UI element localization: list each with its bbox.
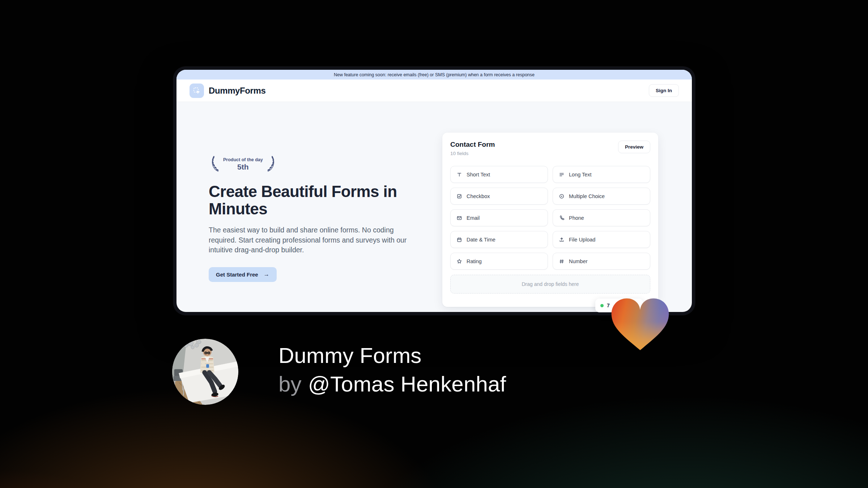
short-text-icon xyxy=(456,172,462,177)
form-builder-card: Contact Form 10 fields Preview Short Tex… xyxy=(442,133,658,307)
drag-cursor-icon xyxy=(192,86,201,95)
cta-label: Get Started Free xyxy=(216,271,258,278)
author-handle: @Tomas Henkenhaf xyxy=(308,372,506,396)
hero-section: Product of the day 5th xyxy=(209,155,418,282)
field-email[interactable]: Email xyxy=(450,209,548,226)
author-avatar xyxy=(172,339,238,405)
byline-prefix: by xyxy=(278,372,302,396)
app-logo[interactable] xyxy=(190,84,204,98)
drag-drop-zone[interactable]: Drag and drop fields here xyxy=(450,275,650,294)
arrow-right-icon: → xyxy=(264,271,269,277)
announcement-text: New feature coming soon: receive emails … xyxy=(334,72,535,77)
sign-in-button[interactable]: Sign In xyxy=(649,84,679,97)
long-text-icon xyxy=(559,172,565,177)
watermark-title: Dummy Forms xyxy=(278,341,506,370)
green-status-dot xyxy=(600,304,604,307)
checkbox-icon xyxy=(456,193,462,199)
field-long-text[interactable]: Long Text xyxy=(553,166,650,183)
star-icon xyxy=(456,258,462,264)
laurel-left-icon xyxy=(209,155,220,174)
announcement-banner: New feature coming soon: receive emails … xyxy=(176,70,692,80)
browser-window: New feature coming soon: receive emails … xyxy=(173,67,695,315)
field-checkbox[interactable]: Checkbox xyxy=(450,188,548,205)
badge-rank: 5th xyxy=(223,163,263,171)
multiple-choice-icon xyxy=(559,193,565,199)
badge-line1: Product of the day xyxy=(223,157,263,162)
watermark-byline: by@Tomas Henkenhaf xyxy=(278,370,506,398)
gradient-heart-icon xyxy=(605,292,676,356)
main-content: Product of the day 5th xyxy=(176,102,692,312)
watermark: Dummy Forms by@Tomas Henkenhaf xyxy=(278,341,506,398)
field-number[interactable]: Number xyxy=(553,253,650,270)
field-phone[interactable]: Phone xyxy=(553,209,650,226)
brand-name: DummyForms xyxy=(209,86,265,96)
badge-text: Product of the day 5th xyxy=(223,157,263,171)
field-date-time[interactable]: Date & Time xyxy=(450,231,548,248)
card-header: Contact Form 10 fields Preview xyxy=(450,141,650,156)
form-title: Contact Form xyxy=(450,141,495,149)
field-type-grid: Short Text Long Text Checkbox xyxy=(450,166,650,270)
field-multiple-choice[interactable]: Multiple Choice xyxy=(553,188,650,205)
field-file-upload[interactable]: File Upload xyxy=(553,231,650,248)
hash-icon xyxy=(559,258,565,264)
field-count: 10 fields xyxy=(450,151,495,156)
hero-description: The easiest way to build and share onlin… xyxy=(209,225,418,255)
avatar-photo-illustration xyxy=(172,339,238,405)
calendar-icon xyxy=(456,237,462,243)
app-header: DummyForms Sign In xyxy=(176,80,692,102)
field-short-text[interactable]: Short Text xyxy=(450,166,548,183)
product-of-the-day-badge: Product of the day 5th xyxy=(209,155,263,174)
get-started-button[interactable]: Get Started Free → xyxy=(209,267,277,282)
laurel-right-icon xyxy=(267,155,277,174)
email-icon xyxy=(456,215,462,221)
preview-button[interactable]: Preview xyxy=(618,141,650,153)
card-title-block: Contact Form 10 fields xyxy=(450,141,495,156)
field-rating[interactable]: Rating xyxy=(450,253,548,270)
hero-title: Create Beautiful Forms inMinutes xyxy=(209,183,418,218)
app-viewport: New feature coming soon: receive emails … xyxy=(176,70,692,312)
upload-icon xyxy=(559,237,565,243)
phone-icon xyxy=(559,215,565,221)
dropzone-text: Drag and drop fields here xyxy=(522,281,579,287)
